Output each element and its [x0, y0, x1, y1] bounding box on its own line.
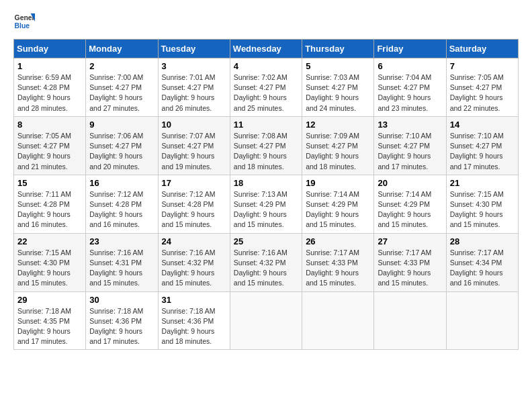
day-number: 20 — [378, 178, 442, 188]
day-info: Sunrise: 7:17 AMSunset: 4:33 PMDaylight:… — [306, 248, 370, 289]
calendar-cell: 16Sunrise: 7:12 AMSunset: 4:28 PMDayligh… — [86, 175, 158, 233]
calendar-cell: 19Sunrise: 7:14 AMSunset: 4:29 PMDayligh… — [302, 175, 374, 233]
calendar-cell: 20Sunrise: 7:14 AMSunset: 4:29 PMDayligh… — [374, 175, 446, 233]
day-number: 1 — [17, 61, 82, 71]
day-header-tuesday: Tuesday — [158, 40, 230, 58]
day-number: 17 — [162, 178, 226, 188]
day-info: Sunrise: 7:18 AMSunset: 4:36 PMDaylight:… — [162, 306, 226, 347]
calendar-cell: 21Sunrise: 7:15 AMSunset: 4:30 PMDayligh… — [446, 175, 518, 233]
calendar-week-row: 15Sunrise: 7:11 AMSunset: 4:28 PMDayligh… — [14, 175, 519, 233]
day-number: 27 — [378, 236, 442, 246]
day-info: Sunrise: 7:01 AMSunset: 4:27 PMDaylight:… — [162, 73, 226, 113]
day-number: 30 — [89, 295, 154, 305]
day-info: Sunrise: 7:18 AMSunset: 4:36 PMDaylight:… — [89, 306, 154, 347]
calendar-cell: 26Sunrise: 7:17 AMSunset: 4:33 PMDayligh… — [302, 233, 374, 291]
day-info: Sunrise: 7:14 AMSunset: 4:29 PMDaylight:… — [306, 189, 370, 230]
svg-text:Blue: Blue — [15, 22, 30, 30]
calendar-body: 1Sunrise: 6:59 AMSunset: 4:28 PMDaylight… — [14, 58, 519, 350]
day-info: Sunrise: 7:16 AMSunset: 4:31 PMDaylight:… — [89, 248, 154, 289]
calendar-cell — [374, 291, 446, 350]
day-info: Sunrise: 7:03 AMSunset: 4:27 PMDaylight:… — [306, 73, 370, 113]
day-header-monday: Monday — [86, 40, 158, 58]
calendar-cell: 12Sunrise: 7:09 AMSunset: 4:27 PMDayligh… — [302, 116, 374, 175]
day-info: Sunrise: 7:17 AMSunset: 4:34 PMDaylight:… — [450, 248, 515, 289]
day-info: Sunrise: 7:08 AMSunset: 4:27 PMDaylight:… — [234, 131, 298, 172]
calendar-cell: 31Sunrise: 7:18 AMSunset: 4:36 PMDayligh… — [158, 291, 230, 350]
day-number: 31 — [162, 295, 226, 305]
calendar-cell: 6Sunrise: 7:04 AMSunset: 4:27 PMDaylight… — [374, 58, 446, 117]
calendar-cell: 18Sunrise: 7:13 AMSunset: 4:29 PMDayligh… — [230, 175, 302, 233]
day-info: Sunrise: 7:07 AMSunset: 4:27 PMDaylight:… — [162, 131, 226, 172]
day-info: Sunrise: 7:09 AMSunset: 4:27 PMDaylight:… — [306, 131, 370, 172]
calendar-week-row: 22Sunrise: 7:15 AMSunset: 4:30 PMDayligh… — [14, 233, 519, 291]
calendar-cell: 23Sunrise: 7:16 AMSunset: 4:31 PMDayligh… — [86, 233, 158, 291]
calendar-cell: 10Sunrise: 7:07 AMSunset: 4:27 PMDayligh… — [158, 116, 230, 175]
day-info: Sunrise: 7:10 AMSunset: 4:27 PMDaylight:… — [378, 131, 442, 172]
day-info: Sunrise: 7:14 AMSunset: 4:29 PMDaylight:… — [378, 189, 442, 230]
day-info: Sunrise: 7:16 AMSunset: 4:32 PMDaylight:… — [162, 248, 226, 289]
day-number: 7 — [450, 61, 515, 71]
day-number: 26 — [306, 236, 370, 246]
day-info: Sunrise: 7:16 AMSunset: 4:32 PMDaylight:… — [234, 248, 298, 289]
calendar-week-row: 1Sunrise: 6:59 AMSunset: 4:28 PMDaylight… — [14, 58, 519, 117]
day-header-wednesday: Wednesday — [230, 40, 302, 58]
day-number: 14 — [450, 120, 515, 130]
day-info: Sunrise: 6:59 AMSunset: 4:28 PMDaylight:… — [17, 73, 82, 113]
header: General Blue — [13, 11, 519, 32]
calendar-cell: 13Sunrise: 7:10 AMSunset: 4:27 PMDayligh… — [374, 116, 446, 175]
day-header-sunday: Sunday — [14, 40, 86, 58]
day-info: Sunrise: 7:00 AMSunset: 4:27 PMDaylight:… — [89, 73, 154, 113]
day-header-friday: Friday — [374, 40, 446, 58]
day-info: Sunrise: 7:05 AMSunset: 4:27 PMDaylight:… — [450, 73, 515, 113]
calendar-cell: 17Sunrise: 7:12 AMSunset: 4:28 PMDayligh… — [158, 175, 230, 233]
calendar-cell: 24Sunrise: 7:16 AMSunset: 4:32 PMDayligh… — [158, 233, 230, 291]
calendar-week-row: 8Sunrise: 7:05 AMSunset: 4:27 PMDaylight… — [14, 116, 519, 175]
calendar-cell — [302, 291, 374, 350]
calendar-cell: 25Sunrise: 7:16 AMSunset: 4:32 PMDayligh… — [230, 233, 302, 291]
calendar-cell: 8Sunrise: 7:05 AMSunset: 4:27 PMDaylight… — [14, 116, 86, 175]
calendar-cell: 1Sunrise: 6:59 AMSunset: 4:28 PMDaylight… — [14, 58, 86, 117]
calendar-cell: 28Sunrise: 7:17 AMSunset: 4:34 PMDayligh… — [446, 233, 518, 291]
calendar-cell: 7Sunrise: 7:05 AMSunset: 4:27 PMDaylight… — [446, 58, 518, 117]
day-info: Sunrise: 7:05 AMSunset: 4:27 PMDaylight:… — [17, 131, 82, 172]
logo: General Blue — [13, 11, 35, 32]
day-number: 15 — [17, 178, 82, 188]
day-info: Sunrise: 7:11 AMSunset: 4:28 PMDaylight:… — [17, 189, 82, 230]
day-number: 2 — [89, 61, 154, 71]
day-number: 11 — [234, 120, 298, 130]
calendar-cell: 9Sunrise: 7:06 AMSunset: 4:27 PMDaylight… — [86, 116, 158, 175]
day-info: Sunrise: 7:02 AMSunset: 4:27 PMDaylight:… — [234, 73, 298, 113]
calendar-header-row: SundayMondayTuesdayWednesdayThursdayFrid… — [14, 40, 519, 58]
day-number: 22 — [17, 236, 82, 246]
calendar-cell: 27Sunrise: 7:17 AMSunset: 4:33 PMDayligh… — [374, 233, 446, 291]
day-number: 21 — [450, 178, 515, 188]
day-number: 18 — [234, 178, 298, 188]
day-info: Sunrise: 7:15 AMSunset: 4:30 PMDaylight:… — [17, 248, 82, 289]
calendar-cell: 3Sunrise: 7:01 AMSunset: 4:27 PMDaylight… — [158, 58, 230, 117]
calendar-cell: 22Sunrise: 7:15 AMSunset: 4:30 PMDayligh… — [14, 233, 86, 291]
day-number: 24 — [162, 236, 226, 246]
day-number: 19 — [306, 178, 370, 188]
day-number: 5 — [306, 61, 370, 71]
day-number: 13 — [378, 120, 442, 130]
calendar-cell: 15Sunrise: 7:11 AMSunset: 4:28 PMDayligh… — [14, 175, 86, 233]
calendar-cell: 14Sunrise: 7:10 AMSunset: 4:27 PMDayligh… — [446, 116, 518, 175]
day-info: Sunrise: 7:13 AMSunset: 4:29 PMDaylight:… — [234, 189, 298, 230]
day-info: Sunrise: 7:10 AMSunset: 4:27 PMDaylight:… — [450, 131, 515, 172]
day-number: 4 — [234, 61, 298, 71]
day-number: 28 — [450, 236, 515, 246]
day-info: Sunrise: 7:18 AMSunset: 4:35 PMDaylight:… — [17, 306, 82, 347]
day-number: 9 — [89, 120, 154, 130]
calendar-week-row: 29Sunrise: 7:18 AMSunset: 4:35 PMDayligh… — [14, 291, 519, 350]
day-number: 25 — [234, 236, 298, 246]
day-info: Sunrise: 7:12 AMSunset: 4:28 PMDaylight:… — [89, 189, 154, 230]
day-number: 3 — [162, 61, 226, 71]
day-number: 6 — [378, 61, 442, 71]
calendar-cell: 29Sunrise: 7:18 AMSunset: 4:35 PMDayligh… — [14, 291, 86, 350]
day-info: Sunrise: 7:06 AMSunset: 4:27 PMDaylight:… — [89, 131, 154, 172]
day-info: Sunrise: 7:17 AMSunset: 4:33 PMDaylight:… — [378, 248, 442, 289]
calendar-table: SundayMondayTuesdayWednesdayThursdayFrid… — [13, 39, 519, 350]
day-header-thursday: Thursday — [302, 40, 374, 58]
day-number: 16 — [89, 178, 154, 188]
day-number: 23 — [89, 236, 154, 246]
